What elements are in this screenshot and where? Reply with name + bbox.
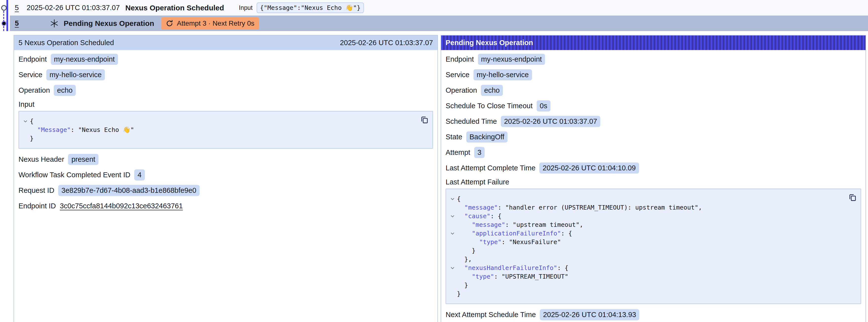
field-value-badge: 2025-02-26 UTC 01:04:13.93 (540, 309, 639, 320)
input-preview-badge: {"Message":"Nexus Echo 👋"} (257, 2, 364, 13)
field-label: Operation (19, 86, 50, 94)
field-row-endpoint-id: Endpoint ID 3c0c75ccfa8144b092c13ce63246… (19, 198, 433, 214)
pending-panel-title: Pending Nexus Operation (445, 39, 533, 47)
selection-bar (6, 0, 8, 31)
collapse-chevron-icon[interactable] (21, 120, 30, 123)
json-line: } (21, 134, 418, 143)
event-detail-panels: 5 Nexus Operation Scheduled 2025-02-26 U… (13, 35, 866, 322)
event-panel-title: 5 Nexus Operation Scheduled (19, 39, 114, 47)
field-label: Last Attempt Complete Time (445, 164, 535, 172)
field-label: State (445, 133, 462, 141)
field-value-badge: 3e829b7e-7d67-4b08-aad3-b1e868bfe9e0 (58, 185, 199, 196)
field-label: Service (19, 71, 42, 79)
field-label: Endpoint ID (19, 202, 56, 210)
field-row-schedule-to-close-timeout: Schedule To Close Timeout 0s (445, 98, 861, 114)
attempt-badge-text: Attempt 3 · Next Retry 0s (177, 20, 254, 27)
event-details-panel: 5 Nexus Operation Scheduled 2025-02-26 U… (13, 35, 438, 322)
event-name: Nexus Operation Scheduled (125, 4, 224, 12)
field-value-badge: echo (54, 85, 76, 96)
pending-panel-header: Pending Nexus Operation (441, 35, 866, 50)
event-timestamp: 2025-02-26 UTC 01:03:37.07 (27, 4, 125, 12)
field-row-scheduled-time: Scheduled Time 2025-02-26 UTC 01:03:37.0… (445, 114, 861, 129)
field-value-badge: 2025-02-26 UTC 01:04:10.09 (539, 162, 639, 173)
field-row-last-attempt-complete-time: Last Attempt Complete Time 2025-02-26 UT… (445, 160, 861, 176)
pending-asterisk-icon (50, 19, 59, 28)
event-name: Pending Nexus Operation (64, 19, 154, 28)
field-value-badge: BackingOff (466, 131, 507, 142)
field-label: Scheduled Time (445, 117, 497, 126)
copy-icon (848, 193, 857, 201)
field-value-badge: 4 (134, 169, 145, 181)
json-line: "cause": { (448, 212, 846, 220)
json-line: "applicationFailureInfo": { (448, 229, 846, 238)
field-row-endpoint: Endpoint my-nexus-endpoint (19, 52, 433, 67)
field-label: Nexus Header (19, 155, 64, 163)
collapse-chevron-icon[interactable] (448, 267, 457, 269)
field-row-service: Service my-hello-service (445, 67, 861, 83)
field-row-nexus-header: Nexus Header present (19, 152, 433, 167)
copy-button[interactable] (420, 116, 429, 124)
failure-section-label: Last Attempt Failure (445, 176, 861, 188)
field-value-badge: 3 (474, 147, 485, 158)
field-label: Endpoint (445, 55, 474, 63)
temporal-event-history-screen: 5 2025-02-26 UTC 01:03:37.07 Nexus Opera… (0, 0, 868, 322)
field-value-badge: echo (481, 85, 503, 96)
json-line: "nexusHandlerFailureInfo": { (448, 264, 846, 272)
field-row-operation: Operation echo (445, 83, 861, 98)
event-row-pending[interactable]: 5 Pending Nexus Operation Attempt 3 · Ne… (10, 15, 868, 31)
attempt-badge: Attempt 3 · Next Retry 0s (161, 17, 259, 30)
timeline-marker-current-icon (1, 21, 6, 26)
json-line: "message": "handler error (UPSTREAM_TIME… (448, 203, 846, 212)
failure-code-block: { "message": "handler error (UPSTREAM_TI… (445, 189, 861, 304)
field-value-badge: 2025-02-26 UTC 01:03:37.07 (501, 116, 600, 127)
endpoint-id-link[interactable]: 3c0c75ccfa8144b092c13ce632463761 (60, 202, 183, 210)
field-label: Workflow Task Completed Event ID (19, 171, 130, 179)
field-value-badge: my-hello-service (46, 69, 105, 80)
field-label: Service (445, 71, 469, 79)
field-row-operation: Operation echo (19, 83, 433, 98)
field-value-badge: my-nexus-endpoint (51, 54, 118, 65)
pending-panel-body: Endpoint my-nexus-endpoint Service my-he… (441, 50, 866, 322)
field-row-attempt: Attempt 3 (445, 145, 861, 160)
field-label: Next Attempt Schedule Time (445, 311, 536, 319)
field-row-state: State BackingOff (445, 129, 861, 145)
json-line: { (21, 117, 418, 126)
json-line: "type": "NexusFailure" (448, 238, 846, 246)
field-label: Attempt (445, 149, 470, 157)
field-row-request-id: Request ID 3e829b7e-7d67-4b08-aad3-b1e86… (19, 183, 433, 198)
field-label: Request ID (19, 186, 54, 195)
field-label: Endpoint (19, 55, 47, 63)
field-row-service: Service my-hello-service (19, 67, 433, 83)
timeline-marker-scheduled-icon (1, 5, 7, 10)
event-id-link[interactable]: 5 (15, 4, 23, 12)
event-panel-header: 5 Nexus Operation Scheduled 2025-02-26 U… (14, 35, 437, 50)
collapse-chevron-icon[interactable] (448, 215, 457, 218)
pending-operation-panel: Pending Nexus Operation Endpoint my-nexu… (441, 35, 866, 322)
json-line: "message": "upstream timeout", (448, 220, 846, 229)
field-value-badge: present (68, 154, 98, 165)
input-section-label: Input (19, 98, 433, 110)
json-line: } (448, 281, 846, 289)
event-id-link[interactable]: 5 (15, 19, 23, 27)
copy-button[interactable] (848, 193, 857, 201)
json-line: "type": "UPSTREAM_TIMEOUT" (448, 272, 846, 281)
copy-icon (420, 116, 429, 124)
collapse-chevron-icon[interactable] (448, 232, 457, 235)
event-timeline: 5 2025-02-26 UTC 01:03:37.07 Nexus Opera… (0, 0, 868, 31)
field-row-next-attempt-schedule-time: Next Attempt Schedule Time 2025-02-26 UT… (445, 307, 861, 322)
json-line: "Message": "Nexus Echo 👋" (21, 126, 418, 134)
collapse-chevron-icon[interactable] (448, 198, 457, 200)
retry-icon (165, 20, 174, 27)
field-label: Schedule To Close Timeout (445, 102, 533, 110)
json-line: } (448, 289, 846, 298)
field-row-wft-completed-event-id: Workflow Task Completed Event ID 4 (19, 167, 433, 183)
field-label: Operation (445, 86, 477, 94)
field-value-badge: 0s (537, 100, 551, 111)
event-row-scheduled[interactable]: 5 2025-02-26 UTC 01:03:37.07 Nexus Opera… (10, 0, 868, 15)
json-line: { (448, 195, 846, 203)
event-panel-body: Endpoint my-nexus-endpoint Service my-he… (14, 50, 437, 220)
field-row-endpoint: Endpoint my-nexus-endpoint (445, 52, 861, 67)
input-label: Input (239, 4, 253, 11)
input-code-block: { "Message": "Nexus Echo 👋" } (19, 111, 433, 149)
event-panel-timestamp: 2025-02-26 UTC 01:03:37.07 (340, 39, 433, 47)
